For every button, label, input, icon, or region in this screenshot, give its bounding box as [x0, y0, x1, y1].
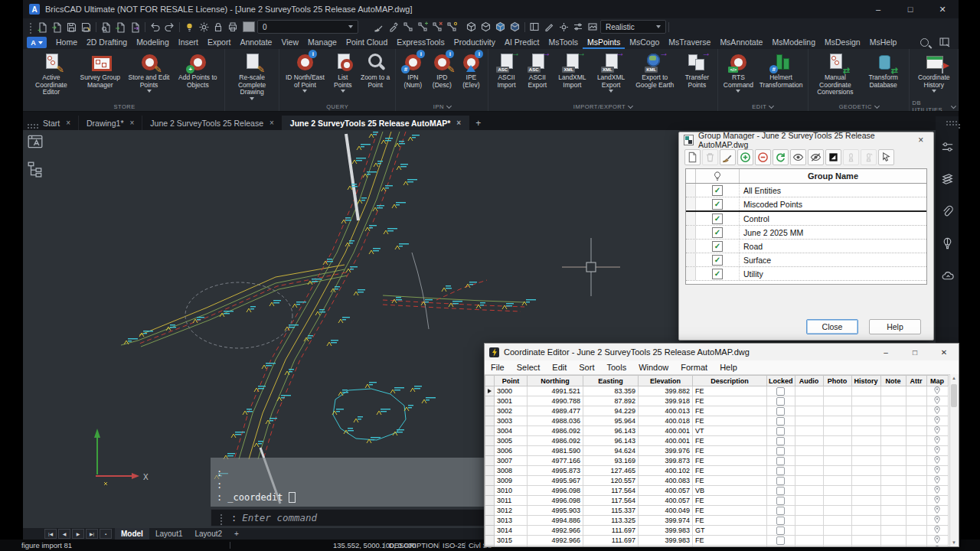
cell-map[interactable] [926, 386, 948, 396]
cell-easting[interactable]: 95.964 [583, 416, 639, 426]
undo-button[interactable] [148, 20, 162, 34]
cell-audio[interactable] [795, 476, 823, 486]
menu-format[interactable]: Format [675, 363, 714, 372]
point-row-3010[interactable]: 30104996.098117.564400.057VB [485, 486, 949, 496]
group-row-june-2-2025-mm[interactable]: ✓June 2 2025 MM [686, 226, 926, 240]
cell-note[interactable] [880, 406, 906, 416]
ribbon-tab-mspoints[interactable]: MsPoints [583, 36, 625, 49]
cell-audio[interactable] [795, 406, 823, 416]
xray-view-button[interactable] [508, 20, 522, 34]
cell-point[interactable]: 3016 [495, 546, 528, 548]
ui-sliders-button[interactable] [571, 20, 586, 34]
cell-elevation[interactable]: 400.018 [639, 416, 693, 426]
cell-map[interactable] [926, 446, 948, 456]
previous-layout-button[interactable]: ◀ [58, 529, 70, 539]
eyedropper-button[interactable] [387, 20, 401, 34]
annotate-button[interactable] [542, 20, 557, 34]
minimize-button[interactable]: – [871, 344, 900, 360]
cell-photo[interactable] [823, 446, 851, 456]
cell-point[interactable]: 3005 [495, 436, 528, 446]
cell-elevation[interactable]: 400.049 [639, 506, 693, 516]
cell-audio[interactable] [795, 516, 823, 526]
close-button[interactable]: ✕ [926, 0, 959, 18]
shaded-view-button[interactable] [493, 20, 508, 34]
cell-description[interactable]: FE [693, 456, 767, 466]
ribbon-tool-export-to-google-earth[interactable]: KML→Export to Google Earth [631, 51, 680, 93]
close-icon[interactable]: × [913, 135, 929, 145]
cell-easting[interactable]: 127.465 [583, 466, 639, 476]
cell-northing[interactable]: 4990.788 [528, 396, 583, 406]
cell-point[interactable]: 3006 [495, 446, 528, 456]
menu-window[interactable]: Window [632, 363, 675, 372]
cell-point[interactable]: 3013 [495, 516, 528, 526]
cell-northing[interactable]: 4996.098 [528, 486, 583, 496]
cell-note[interactable] [880, 456, 906, 466]
ribbon-tab-mscogo[interactable]: MsCogo [625, 36, 664, 49]
locked-checkbox[interactable] [776, 497, 785, 505]
cell-audio[interactable] [795, 506, 823, 516]
cell-audio[interactable] [795, 446, 823, 456]
cell-attr[interactable] [906, 386, 926, 396]
redo-button[interactable] [162, 20, 177, 34]
remove-node-button[interactable] [430, 20, 445, 34]
cell-description[interactable]: FE [693, 466, 767, 476]
ribbon-tool-landxml-import[interactable]: XML→LandXML Import [553, 51, 592, 93]
cell-map[interactable] [926, 416, 948, 426]
coordinate-table[interactable]: PointNorthingEastingElevationDescription… [485, 375, 949, 547]
cell-point[interactable]: 3004 [495, 426, 528, 436]
cell-elevation[interactable]: 400.102 [639, 466, 693, 476]
cell-history[interactable] [851, 476, 880, 486]
cell-northing[interactable]: 4994.886 [528, 516, 583, 526]
layout-tab-layout1[interactable]: Layout1 [149, 528, 189, 540]
cell-history[interactable] [851, 496, 880, 506]
cell-map[interactable] [926, 476, 948, 486]
attachments-panel-button[interactable] [939, 204, 955, 219]
wireframe-view-button[interactable] [464, 20, 479, 34]
toolbar-grip[interactable] [30, 26, 31, 28]
cell-description[interactable]: FE [693, 476, 767, 486]
cell-attr[interactable] [906, 396, 926, 406]
cell-history[interactable] [851, 546, 880, 548]
cell-attr[interactable] [906, 416, 926, 426]
group-manager-title-bar[interactable]: Group Manager - June 2 SurveyTools 25 Re… [679, 132, 933, 148]
ribbon-tool-manual-coordinate-conversions[interactable]: ⇄Manual Coordinate Conversions [811, 51, 860, 101]
customize-ribbon-icon[interactable] [939, 37, 951, 47]
cell-history[interactable] [851, 446, 880, 456]
cell-photo[interactable] [823, 536, 851, 546]
point-row-3006[interactable]: 30064981.59094.624399.976FE [485, 446, 949, 456]
menu-file[interactable]: File [485, 363, 511, 372]
bricscad-247-panel-button[interactable] [939, 236, 955, 251]
show-group-button[interactable] [790, 149, 806, 165]
point-row-3007[interactable]: 30074977.16693.169399.873FE [485, 456, 949, 466]
cell-description[interactable]: VT [693, 426, 767, 436]
cell-description[interactable]: FE [693, 506, 767, 516]
cell-easting[interactable]: 96.143 [583, 436, 639, 446]
cell-map[interactable] [926, 466, 948, 476]
locked-checkbox[interactable] [776, 487, 785, 495]
export-button[interactable] [128, 20, 142, 34]
ribbon-tool-rts-command[interactable]: </>RTS Command [720, 51, 757, 93]
cell-point[interactable]: 3000 [495, 386, 528, 396]
cell-audio[interactable] [795, 486, 823, 496]
close-button[interactable]: ✕ [929, 344, 959, 360]
cell-easting[interactable]: 96.143 [583, 426, 639, 436]
doc-tab-start[interactable]: Start× [35, 116, 79, 130]
cell-point[interactable]: 3002 [495, 406, 528, 416]
cell-northing[interactable]: 4995.903 [528, 506, 583, 516]
new-drawing-button[interactable] [35, 20, 50, 34]
ribbon-tab-mshelp[interactable]: MsHelp [865, 36, 902, 49]
group-row-surface[interactable]: ✓Surface [686, 253, 926, 267]
cell-point[interactable]: 3010 [495, 486, 528, 496]
cell-northing[interactable]: 4996.098 [528, 496, 583, 506]
status-field-dim-style[interactable]: ISO-25 [443, 540, 466, 551]
cell-attr[interactable] [906, 496, 926, 506]
locked-checkbox[interactable] [776, 437, 785, 445]
save-button[interactable] [64, 20, 79, 34]
doc-tab-drawing1[interactable]: Drawing1*× [79, 116, 142, 130]
cell-note[interactable] [880, 476, 906, 486]
column-header-northing[interactable]: Northing [528, 376, 583, 386]
cell-audio[interactable] [795, 536, 823, 546]
cell-elevation[interactable]: 399.974 [639, 516, 693, 526]
cell-photo[interactable] [823, 406, 851, 416]
cell-attr[interactable] [906, 406, 926, 416]
